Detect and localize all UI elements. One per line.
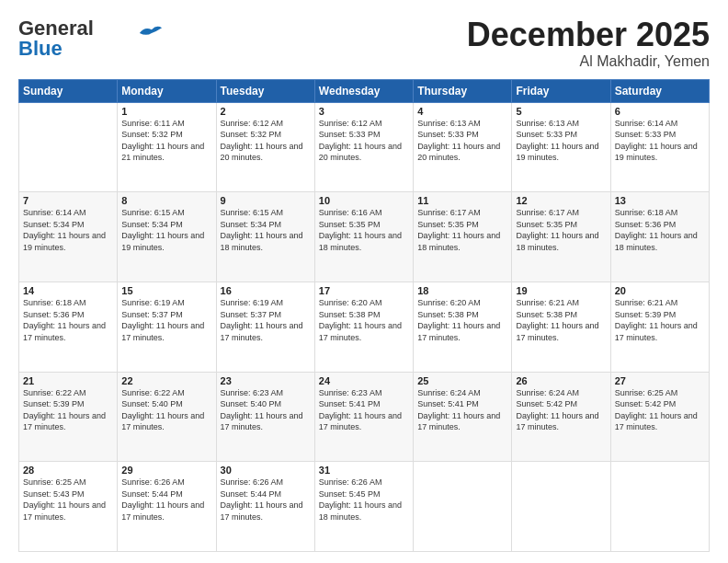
day-info: Sunrise: 6:13 AM Sunset: 5:33 PM Dayligh…: [417, 118, 507, 164]
day-info: Sunrise: 6:20 AM Sunset: 5:38 PM Dayligh…: [319, 297, 409, 343]
sunset-label: Sunset: 5:38 PM: [417, 310, 479, 319]
day-number: 8: [121, 195, 211, 206]
day-number: 12: [516, 195, 606, 206]
day-number: 3: [319, 106, 409, 117]
table-row: 19 Sunrise: 6:21 AM Sunset: 5:38 PM Dayl…: [512, 282, 610, 372]
day-info: Sunrise: 6:19 AM Sunset: 5:37 PM Dayligh…: [221, 297, 311, 343]
sunset-label: Sunset: 5:44 PM: [221, 489, 282, 499]
sunrise-label: Sunrise: 6:23 AM: [319, 388, 382, 397]
sunset-label: Sunset: 5:38 PM: [319, 310, 381, 319]
daylight-label: Daylight: 11 hours and 17 minutes.: [516, 411, 598, 432]
sunrise-label: Sunrise: 6:25 AM: [23, 477, 86, 487]
daylight-label: Daylight: 11 hours and 17 minutes.: [516, 321, 598, 342]
col-tuesday: Tuesday: [216, 79, 314, 102]
table-row: 5 Sunrise: 6:13 AM Sunset: 5:33 PM Dayli…: [512, 102, 610, 192]
day-info: Sunrise: 6:23 AM Sunset: 5:40 PM Dayligh…: [221, 387, 311, 433]
table-row: 1 Sunrise: 6:11 AM Sunset: 5:32 PM Dayli…: [118, 102, 216, 192]
sunset-label: Sunset: 5:35 PM: [319, 220, 381, 229]
table-row: 3 Sunrise: 6:12 AM Sunset: 5:33 PM Dayli…: [314, 102, 413, 192]
day-info: Sunrise: 6:26 AM Sunset: 5:45 PM Dayligh…: [319, 477, 409, 523]
page-title: December 2025: [467, 17, 710, 53]
day-number: 14: [23, 285, 113, 296]
daylight-label: Daylight: 11 hours and 17 minutes.: [121, 321, 204, 342]
day-info: Sunrise: 6:13 AM Sunset: 5:33 PM Dayligh…: [516, 118, 606, 164]
sunset-label: Sunset: 5:33 PM: [516, 130, 577, 139]
sunset-label: Sunset: 5:32 PM: [121, 130, 183, 139]
day-number: 5: [516, 106, 606, 117]
sunrise-label: Sunrise: 6:12 AM: [319, 119, 382, 128]
table-row: 16 Sunrise: 6:19 AM Sunset: 5:37 PM Dayl…: [216, 282, 314, 372]
sunset-label: Sunset: 5:37 PM: [121, 310, 183, 319]
table-row: 25 Sunrise: 6:24 AM Sunset: 5:41 PM Dayl…: [414, 372, 512, 462]
sunrise-label: Sunrise: 6:18 AM: [615, 208, 678, 217]
day-info: Sunrise: 6:22 AM Sunset: 5:40 PM Dayligh…: [121, 387, 211, 433]
day-info: Sunrise: 6:25 AM Sunset: 5:43 PM Dayligh…: [23, 477, 113, 523]
page: General Blue December 2025 Al Makhadir, …: [0, 0, 728, 563]
daylight-label: Daylight: 11 hours and 18 minutes.: [319, 500, 402, 522]
col-sunday: Sunday: [19, 79, 118, 102]
daylight-label: Daylight: 11 hours and 21 minutes.: [121, 142, 204, 163]
sunset-label: Sunset: 5:40 PM: [121, 399, 183, 408]
col-monday: Monday: [118, 79, 216, 102]
table-row: 9 Sunrise: 6:15 AM Sunset: 5:34 PM Dayli…: [216, 192, 314, 282]
sunset-label: Sunset: 5:44 PM: [121, 489, 183, 499]
sunset-label: Sunset: 5:42 PM: [615, 399, 677, 408]
table-row: 31 Sunrise: 6:26 AM Sunset: 5:45 PM Dayl…: [314, 462, 413, 552]
daylight-label: Daylight: 11 hours and 18 minutes.: [319, 231, 402, 252]
daylight-label: Daylight: 11 hours and 20 minutes.: [417, 142, 500, 163]
table-row: 27 Sunrise: 6:25 AM Sunset: 5:42 PM Dayl…: [610, 372, 709, 462]
sunset-label: Sunset: 5:32 PM: [221, 130, 282, 139]
sunset-label: Sunset: 5:34 PM: [121, 220, 183, 229]
day-info: Sunrise: 6:24 AM Sunset: 5:41 PM Dayligh…: [417, 387, 507, 433]
col-wednesday: Wednesday: [314, 79, 413, 102]
day-info: Sunrise: 6:25 AM Sunset: 5:42 PM Dayligh…: [615, 387, 705, 433]
daylight-label: Daylight: 11 hours and 19 minutes.: [121, 231, 204, 252]
table-row: 23 Sunrise: 6:23 AM Sunset: 5:40 PM Dayl…: [216, 372, 314, 462]
table-row: 12 Sunrise: 6:17 AM Sunset: 5:35 PM Dayl…: [512, 192, 610, 282]
day-number: 1: [121, 106, 211, 117]
sunrise-label: Sunrise: 6:26 AM: [121, 477, 185, 487]
sunrise-label: Sunrise: 6:14 AM: [23, 208, 86, 217]
sunset-label: Sunset: 5:41 PM: [319, 399, 381, 408]
daylight-label: Daylight: 11 hours and 17 minutes.: [221, 321, 303, 342]
table-row: 18 Sunrise: 6:20 AM Sunset: 5:38 PM Dayl…: [414, 282, 512, 372]
sunrise-label: Sunrise: 6:24 AM: [417, 388, 481, 397]
sunset-label: Sunset: 5:42 PM: [516, 399, 577, 408]
day-number: 10: [319, 195, 409, 206]
sunrise-label: Sunrise: 6:17 AM: [516, 208, 579, 217]
daylight-label: Daylight: 11 hours and 17 minutes.: [23, 411, 106, 432]
sunrise-label: Sunrise: 6:20 AM: [417, 298, 481, 307]
day-info: Sunrise: 6:20 AM Sunset: 5:38 PM Dayligh…: [417, 297, 507, 343]
day-number: 19: [516, 285, 606, 296]
sunset-label: Sunset: 5:34 PM: [221, 220, 282, 229]
day-number: 17: [319, 285, 409, 296]
table-row: 24 Sunrise: 6:23 AM Sunset: 5:41 PM Dayl…: [314, 372, 413, 462]
day-info: Sunrise: 6:17 AM Sunset: 5:35 PM Dayligh…: [417, 207, 507, 253]
sunset-label: Sunset: 5:34 PM: [23, 220, 85, 229]
daylight-label: Daylight: 11 hours and 20 minutes.: [319, 142, 402, 163]
daylight-label: Daylight: 11 hours and 17 minutes.: [319, 321, 402, 342]
sunset-label: Sunset: 5:38 PM: [516, 310, 577, 319]
table-row: 4 Sunrise: 6:13 AM Sunset: 5:33 PM Dayli…: [414, 102, 512, 192]
day-number: 22: [121, 375, 211, 386]
daylight-label: Daylight: 11 hours and 17 minutes.: [221, 411, 303, 432]
col-thursday: Thursday: [414, 79, 512, 102]
day-number: 31: [319, 465, 409, 476]
sunrise-label: Sunrise: 6:16 AM: [319, 208, 382, 217]
sunrise-label: Sunrise: 6:17 AM: [417, 208, 481, 217]
sunset-label: Sunset: 5:39 PM: [615, 310, 677, 319]
day-info: Sunrise: 6:15 AM Sunset: 5:34 PM Dayligh…: [121, 207, 211, 253]
sunset-label: Sunset: 5:41 PM: [417, 399, 479, 408]
sunset-label: Sunset: 5:33 PM: [417, 130, 479, 139]
logo-bird-icon: [138, 24, 164, 40]
day-info: Sunrise: 6:22 AM Sunset: 5:39 PM Dayligh…: [23, 387, 113, 433]
daylight-label: Daylight: 11 hours and 18 minutes.: [417, 231, 500, 252]
table-row: 28 Sunrise: 6:25 AM Sunset: 5:43 PM Dayl…: [19, 462, 118, 552]
daylight-label: Daylight: 11 hours and 17 minutes.: [615, 321, 698, 342]
daylight-label: Daylight: 11 hours and 17 minutes.: [417, 411, 500, 432]
sunrise-label: Sunrise: 6:23 AM: [221, 388, 284, 397]
day-info: Sunrise: 6:12 AM Sunset: 5:32 PM Dayligh…: [221, 118, 311, 164]
daylight-label: Daylight: 11 hours and 17 minutes.: [23, 500, 106, 522]
sunrise-label: Sunrise: 6:24 AM: [516, 388, 579, 397]
day-info: Sunrise: 6:23 AM Sunset: 5:41 PM Dayligh…: [319, 387, 409, 433]
